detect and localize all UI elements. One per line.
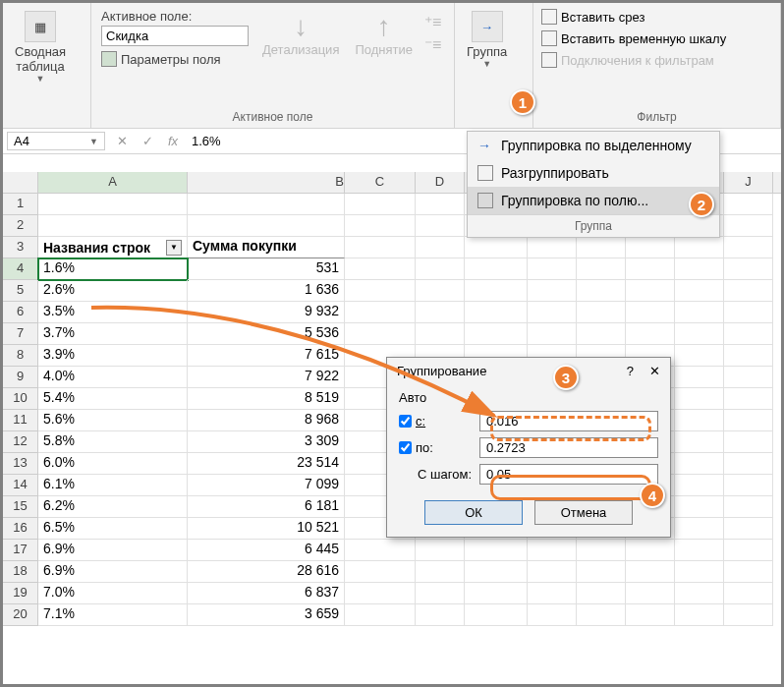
cell[interactable] <box>724 604 773 626</box>
cell[interactable] <box>724 583 773 604</box>
row-header[interactable]: 13 <box>3 453 38 475</box>
cell[interactable]: 3.7% <box>38 323 188 345</box>
select-all-corner[interactable] <box>3 172 38 193</box>
cell[interactable] <box>724 280 773 302</box>
row-header[interactable]: 11 <box>3 410 38 431</box>
cell[interactable] <box>345 583 416 604</box>
cell[interactable] <box>675 388 724 410</box>
cell[interactable] <box>724 194 773 215</box>
cell[interactable] <box>188 194 345 215</box>
cell[interactable]: 4.0% <box>38 367 188 388</box>
row-header[interactable]: 4 <box>3 258 38 280</box>
row-header[interactable]: 3 <box>3 237 38 258</box>
cell[interactable] <box>675 237 724 258</box>
cell[interactable]: 6 181 <box>188 496 345 518</box>
cell[interactable] <box>416 258 465 280</box>
from-input[interactable] <box>479 411 658 431</box>
cell[interactable] <box>724 475 773 496</box>
fx-button[interactable]: fx <box>160 134 186 148</box>
cell[interactable]: 5.8% <box>38 431 188 453</box>
col-header[interactable]: B <box>188 172 345 193</box>
cell[interactable]: Названия строк▼ <box>38 237 188 258</box>
row-header[interactable]: 8 <box>3 345 38 367</box>
cell[interactable] <box>675 518 724 540</box>
row-header[interactable]: 10 <box>3 388 38 410</box>
col-header[interactable]: D <box>416 172 465 193</box>
field-params-button[interactable]: Параметры поля <box>101 48 249 67</box>
cell[interactable] <box>416 540 465 561</box>
cell[interactable] <box>528 302 577 323</box>
cell[interactable] <box>724 237 773 258</box>
cell[interactable] <box>577 604 626 626</box>
pivot-table-button[interactable]: ▦ Сводная таблица ▼ <box>7 7 74 87</box>
cell[interactable] <box>675 604 724 626</box>
cell[interactable] <box>675 258 724 280</box>
cell[interactable] <box>724 410 773 431</box>
cell[interactable]: 7 922 <box>188 367 345 388</box>
from-checkbox[interactable]: с: <box>399 414 472 429</box>
cell[interactable] <box>724 431 773 453</box>
cell[interactable] <box>345 194 416 215</box>
row-header[interactable]: 5 <box>3 280 38 302</box>
cell[interactable]: 5 536 <box>188 323 345 345</box>
row-header[interactable]: 7 <box>3 323 38 345</box>
cell[interactable] <box>724 388 773 410</box>
cell[interactable] <box>675 345 724 367</box>
cell[interactable] <box>626 540 675 561</box>
cell[interactable] <box>577 540 626 561</box>
cell[interactable] <box>626 561 675 583</box>
cell[interactable] <box>675 323 724 345</box>
cell[interactable] <box>345 258 416 280</box>
cell[interactable] <box>465 561 528 583</box>
ok-button[interactable]: ОК <box>424 500 523 525</box>
row-header[interactable]: 16 <box>3 518 38 540</box>
cell[interactable] <box>528 258 577 280</box>
cell[interactable] <box>528 280 577 302</box>
col-header[interactable]: J <box>724 172 773 193</box>
cancel-button[interactable]: Отмена <box>534 500 633 525</box>
col-header[interactable]: C <box>345 172 416 193</box>
row-header[interactable]: 1 <box>3 194 38 215</box>
cell[interactable]: 531 <box>188 258 345 280</box>
cell[interactable] <box>416 583 465 604</box>
insert-slicer-button[interactable]: Вставить срез <box>537 7 648 27</box>
ungroup-item[interactable]: Разгруппировать <box>468 159 719 187</box>
cell[interactable] <box>724 367 773 388</box>
cell[interactable] <box>465 237 528 258</box>
cell[interactable] <box>675 410 724 431</box>
cell[interactable] <box>345 302 416 323</box>
cell[interactable] <box>724 345 773 367</box>
cell[interactable] <box>675 280 724 302</box>
group-button[interactable]: → Группа ▼ <box>459 7 515 73</box>
cell[interactable] <box>724 540 773 561</box>
cell[interactable]: 8 968 <box>188 410 345 431</box>
row-header[interactable]: 15 <box>3 496 38 518</box>
cell[interactable]: 28 616 <box>188 561 345 583</box>
step-input[interactable] <box>479 464 658 485</box>
row-header[interactable]: 18 <box>3 561 38 583</box>
cell[interactable] <box>724 561 773 583</box>
cell[interactable]: 6.1% <box>38 475 188 496</box>
cell[interactable] <box>675 431 724 453</box>
cell[interactable] <box>675 561 724 583</box>
row-header[interactable]: 17 <box>3 540 38 561</box>
cell[interactable] <box>345 540 416 561</box>
cell[interactable] <box>465 258 528 280</box>
cell[interactable]: 6.9% <box>38 561 188 583</box>
cell[interactable]: 3 309 <box>188 431 345 453</box>
cell[interactable] <box>345 280 416 302</box>
cell[interactable] <box>577 583 626 604</box>
cell[interactable]: 6.0% <box>38 453 188 475</box>
row-header[interactable]: 19 <box>3 583 38 604</box>
cell[interactable] <box>345 237 416 258</box>
cell[interactable]: 3.9% <box>38 345 188 367</box>
cell[interactable]: 3.5% <box>38 302 188 323</box>
cell[interactable] <box>528 583 577 604</box>
cell[interactable]: 7 615 <box>188 345 345 367</box>
cell[interactable] <box>416 280 465 302</box>
cell[interactable] <box>38 215 188 237</box>
cell[interactable]: 6.5% <box>38 518 188 540</box>
cell[interactable]: 7.0% <box>38 583 188 604</box>
cell[interactable] <box>724 323 773 345</box>
cell[interactable] <box>675 302 724 323</box>
